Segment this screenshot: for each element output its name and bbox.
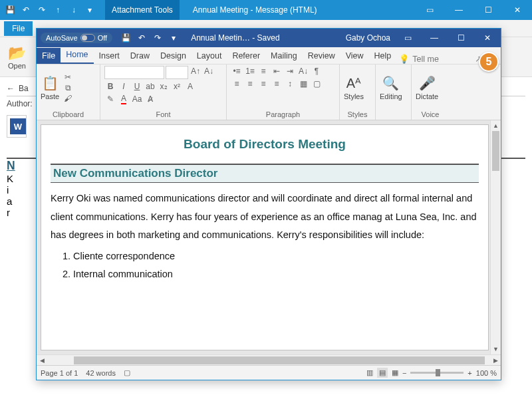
- autosave-toggle[interactable]: AutoSave Off: [41, 33, 112, 43]
- ribbon-options-icon[interactable]: ▭: [415, 0, 444, 20]
- paste-button[interactable]: 📋 Paste: [41, 75, 59, 100]
- close-icon[interactable]: ✕: [474, 29, 501, 47]
- editing-button[interactable]: 🔍Editing: [380, 75, 402, 100]
- web-layout-icon[interactable]: ▦: [392, 368, 398, 377]
- pilcrow-icon[interactable]: ¶: [311, 66, 323, 76]
- attachment-tools-tab[interactable]: Attachment Tools: [105, 0, 180, 20]
- outlook-file-tab[interactable]: File: [4, 21, 33, 36]
- hscroll-thumb[interactable]: [74, 356, 485, 364]
- zoom-slider[interactable]: [410, 372, 464, 374]
- find-icon: 🔍: [382, 75, 399, 91]
- multilevel-icon[interactable]: ≡: [257, 66, 269, 76]
- clear-format-icon[interactable]: A̷: [144, 94, 156, 104]
- font-size-combo[interactable]: [166, 66, 188, 79]
- tab-file[interactable]: File: [37, 48, 61, 64]
- align-right-icon[interactable]: ≡: [257, 78, 269, 89]
- document-page[interactable]: Board of Directors Meeting New Communica…: [41, 124, 489, 350]
- redo-icon[interactable]: ↷: [35, 3, 49, 17]
- status-words[interactable]: 42 words: [86, 369, 116, 377]
- lightbulb-icon: 💡: [399, 54, 410, 64]
- tab-design[interactable]: Design: [155, 48, 192, 64]
- bullets-icon[interactable]: •≡: [231, 66, 243, 76]
- format-painter-icon[interactable]: 🖌: [62, 93, 74, 104]
- qat-more-icon[interactable]: ▾: [82, 3, 97, 17]
- list-item: Cliente correspondence: [73, 247, 479, 266]
- tab-home[interactable]: Home: [61, 47, 93, 64]
- save-icon[interactable]: 💾: [119, 33, 132, 43]
- sort-icon[interactable]: A↓: [297, 66, 309, 76]
- subscript-icon[interactable]: x₂: [158, 81, 170, 92]
- borders-icon[interactable]: ▢: [311, 78, 323, 89]
- tab-review[interactable]: Review: [303, 48, 340, 64]
- scroll-up-icon[interactable]: ▲: [491, 120, 501, 131]
- horizontal-scrollbar[interactable]: ◀ ▶: [37, 354, 501, 365]
- numbering-icon[interactable]: 1≡: [244, 66, 256, 76]
- zoom-out-icon[interactable]: −: [402, 369, 406, 377]
- shading-icon[interactable]: ▦: [297, 78, 309, 89]
- copy-icon[interactable]: ⧉: [62, 82, 74, 93]
- scroll-right-icon[interactable]: ▶: [490, 357, 501, 364]
- grow-font-icon[interactable]: A↑: [190, 66, 201, 76]
- superscript-icon[interactable]: x²: [171, 81, 183, 92]
- tab-mailing[interactable]: Mailing: [265, 48, 303, 64]
- tell-me-search[interactable]: 💡 Tell me: [399, 54, 439, 64]
- tab-help[interactable]: Help: [369, 48, 397, 64]
- open-button[interactable]: 📂 Open: [4, 43, 30, 71]
- maximize-icon[interactable]: ☐: [473, 0, 503, 20]
- text-effects-icon[interactable]: A: [184, 81, 196, 92]
- ribbon-options-icon[interactable]: ▭: [394, 29, 421, 47]
- zoom-in-icon[interactable]: +: [467, 369, 471, 377]
- indent-dec-icon[interactable]: ⇤: [271, 66, 283, 76]
- back-label: Ba: [19, 84, 29, 93]
- collapse-ribbon-icon[interactable]: ˄: [489, 65, 501, 120]
- font-name-combo[interactable]: [104, 66, 164, 79]
- read-mode-icon[interactable]: ▥: [366, 368, 373, 377]
- close-icon[interactable]: ✕: [503, 0, 532, 20]
- shrink-font-icon[interactable]: A↓: [203, 66, 215, 76]
- italic-icon[interactable]: I: [118, 81, 130, 92]
- scroll-left-icon[interactable]: ◀: [37, 357, 47, 364]
- user-name[interactable]: Gaby Ochoa: [346, 33, 390, 43]
- undo-icon[interactable]: ↶: [135, 33, 148, 43]
- qat-more-icon[interactable]: ▾: [167, 33, 180, 43]
- minimize-icon[interactable]: —: [444, 0, 473, 20]
- tab-layout[interactable]: Layout: [192, 48, 227, 64]
- font-color-icon[interactable]: A: [118, 94, 130, 104]
- styles-button[interactable]: AᴬStyles: [344, 75, 364, 100]
- bold-icon[interactable]: B: [104, 81, 116, 92]
- group-clipboard-label: Clipboard: [41, 109, 96, 120]
- zoom-level[interactable]: 100 %: [476, 369, 497, 377]
- maximize-icon[interactable]: ☐: [448, 29, 474, 47]
- up-icon[interactable]: ↑: [51, 3, 65, 17]
- save-icon[interactable]: 💾: [3, 3, 17, 17]
- tab-referer[interactable]: Referer: [227, 48, 265, 64]
- down-icon[interactable]: ↓: [66, 3, 81, 17]
- line-spacing-icon[interactable]: ↕: [284, 78, 296, 89]
- print-layout-icon[interactable]: ▤: [377, 368, 388, 378]
- change-case-icon[interactable]: Aa: [131, 94, 143, 104]
- underline-icon[interactable]: U: [131, 81, 143, 92]
- tab-draw[interactable]: Draw: [125, 48, 155, 64]
- tab-insert[interactable]: Insert: [94, 48, 125, 64]
- strike-icon[interactable]: ab: [144, 81, 156, 92]
- back-icon[interactable]: ←: [7, 84, 15, 93]
- align-center-icon[interactable]: ≡: [244, 78, 256, 89]
- status-page[interactable]: Page 1 of 1: [41, 369, 78, 377]
- cut-icon[interactable]: ✂: [62, 72, 74, 82]
- undo-icon[interactable]: ↶: [19, 3, 33, 17]
- redo-icon[interactable]: ↷: [151, 33, 164, 43]
- word-window: AutoSave Off 💾 ↶ ↷ ▾ Annual Meetin… - Sa…: [36, 28, 501, 380]
- scroll-thumb[interactable]: [492, 131, 499, 171]
- scroll-down-icon[interactable]: ▼: [491, 344, 501, 354]
- minimize-icon[interactable]: —: [421, 29, 448, 47]
- indent-inc-icon[interactable]: ⇥: [284, 66, 296, 76]
- tab-view[interactable]: View: [340, 48, 369, 64]
- justify-icon[interactable]: ≡: [271, 78, 283, 89]
- dictate-button[interactable]: 🎤Dictate: [416, 75, 438, 100]
- vertical-scrollbar[interactable]: ▲ ▼: [490, 120, 501, 354]
- word-file-icon[interactable]: W: [10, 118, 26, 134]
- spellcheck-icon[interactable]: ▢: [124, 368, 130, 377]
- editing-label: Editing: [380, 92, 402, 100]
- align-left-icon[interactable]: ≡: [231, 78, 243, 89]
- highlight-icon[interactable]: ✎: [104, 94, 116, 104]
